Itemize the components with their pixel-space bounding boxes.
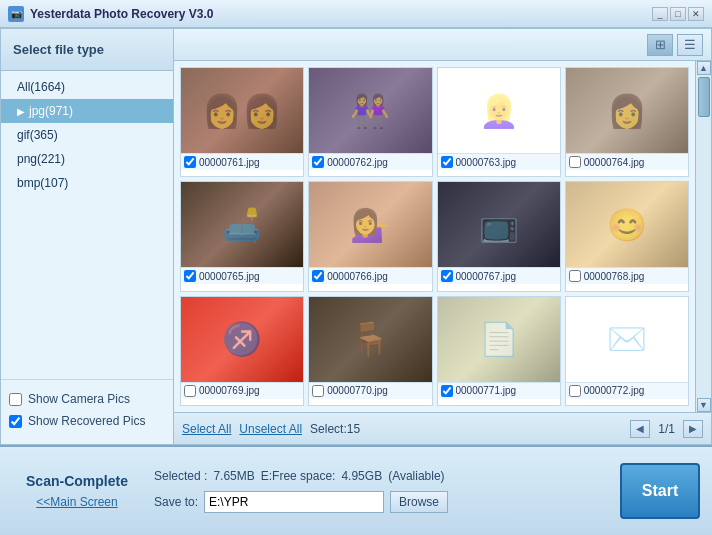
image-item[interactable]: 🪑 00000770.jpg — [308, 296, 432, 406]
close-btn[interactable]: ✕ — [688, 7, 704, 21]
file-type-png[interactable]: png(221) — [1, 147, 173, 171]
scroll-down-btn[interactable]: ▼ — [697, 398, 711, 412]
image-grid: 👩‍👩 00000761.jpg 👭 00000762.jpg 👱‍♀️ 000… — [174, 61, 695, 412]
show-recovered-checkbox[interactable] — [9, 415, 22, 428]
scroll-track-body — [696, 75, 711, 398]
free-space-value: 4.95GB — [341, 469, 382, 483]
image-checkbox[interactable] — [441, 156, 453, 168]
image-filename: 00000765.jpg — [199, 271, 260, 282]
scroll-thumb[interactable] — [698, 77, 710, 117]
scan-status: Scan-Complete — [12, 473, 142, 489]
image-thumb: ♐ — [181, 297, 303, 382]
image-item[interactable]: 👭 00000762.jpg — [308, 67, 432, 177]
image-filename: 00000771.jpg — [456, 385, 517, 396]
window-controls[interactable]: _ □ ✕ — [652, 7, 704, 21]
selected-size: 7.65MB — [213, 469, 254, 483]
image-label: 00000769.jpg — [181, 382, 303, 399]
show-camera-label[interactable]: Show Camera Pics — [9, 388, 165, 410]
image-label: 00000770.jpg — [309, 382, 431, 399]
minimize-btn[interactable]: _ — [652, 7, 668, 21]
image-item[interactable]: ✉️ 00000772.jpg — [565, 296, 689, 406]
image-label: 00000771.jpg — [438, 382, 560, 399]
image-checkbox[interactable] — [312, 156, 324, 168]
image-filename: 00000764.jpg — [584, 157, 645, 168]
bottom-bar: Scan-Complete <<Main Screen Selected : 7… — [0, 445, 712, 535]
file-type-list: All(1664) ▶ jpg(971) gif(365) png(221) b… — [1, 71, 173, 199]
file-type-png-label: png(221) — [17, 152, 65, 166]
image-thumb: ✉️ — [566, 297, 688, 382]
image-thumb: 👩‍👩 — [181, 68, 303, 153]
image-thumb: 📄 — [438, 297, 560, 382]
image-checkbox[interactable] — [569, 385, 581, 397]
prev-page-btn[interactable]: ◀ — [630, 420, 650, 438]
grid-icon: ⊞ — [655, 37, 666, 52]
image-thumb: 🪑 — [309, 297, 431, 382]
image-checkbox[interactable] — [184, 385, 196, 397]
main-screen-link[interactable]: <<Main Screen — [36, 495, 117, 509]
image-label: 00000764.jpg — [566, 153, 688, 170]
image-label: 00000763.jpg — [438, 153, 560, 170]
file-type-jpg-label: jpg(971) — [29, 104, 73, 118]
titlebar-left: 📷 Yesterdata Photo Recovery V3.0 — [8, 6, 213, 22]
image-thumb: 👱‍♀️ — [438, 68, 560, 153]
scroll-up-btn[interactable]: ▲ — [697, 61, 711, 75]
grid-view-btn[interactable]: ⊞ — [647, 34, 673, 56]
image-label: 00000762.jpg — [309, 153, 431, 170]
content-area: ⊞ ☰ 👩‍👩 00000761.jpg 👭 00000762.jpg — [174, 29, 711, 444]
image-checkbox[interactable] — [312, 270, 324, 282]
image-item[interactable]: 📺 00000767.jpg — [437, 181, 561, 291]
image-checkbox[interactable] — [312, 385, 324, 397]
image-filename: 00000763.jpg — [456, 157, 517, 168]
image-item[interactable]: 📄 00000771.jpg — [437, 296, 561, 406]
file-type-jpg[interactable]: ▶ jpg(971) — [1, 99, 173, 123]
image-checkbox[interactable] — [184, 270, 196, 282]
image-item[interactable]: 👩 00000764.jpg — [565, 67, 689, 177]
image-filename: 00000767.jpg — [456, 271, 517, 282]
image-label: 00000772.jpg — [566, 382, 688, 399]
main-container: Select file type All(1664) ▶ jpg(971) gi… — [0, 28, 712, 445]
file-type-all[interactable]: All(1664) — [1, 75, 173, 99]
info-row: Selected : 7.65MB E:Free space: 4.95GB (… — [154, 469, 608, 483]
image-label: 00000768.jpg — [566, 267, 688, 284]
show-recovered-label[interactable]: Show Recovered Pics — [9, 410, 165, 432]
file-type-gif-label: gif(365) — [17, 128, 58, 142]
save-path-input[interactable] — [204, 491, 384, 513]
image-item[interactable]: 😊 00000768.jpg — [565, 181, 689, 291]
image-label: 00000766.jpg — [309, 267, 431, 284]
sidebar-checkboxes: Show Camera Pics Show Recovered Pics — [1, 379, 173, 444]
start-button[interactable]: Start — [620, 463, 700, 519]
browse-button[interactable]: Browse — [390, 491, 448, 513]
active-arrow: ▶ — [17, 106, 25, 117]
select-all-link[interactable]: Select All — [182, 422, 231, 436]
image-checkbox[interactable] — [441, 385, 453, 397]
image-label: 00000765.jpg — [181, 267, 303, 284]
next-page-btn[interactable]: ▶ — [683, 420, 703, 438]
file-type-gif[interactable]: gif(365) — [1, 123, 173, 147]
image-filename: 00000768.jpg — [584, 271, 645, 282]
page-info: 1/1 — [658, 422, 675, 436]
scrollbar[interactable]: ▲ ▼ — [695, 61, 711, 412]
image-label: 00000767.jpg — [438, 267, 560, 284]
save-to-label: Save to: — [154, 495, 198, 509]
list-view-btn[interactable]: ☰ — [677, 34, 703, 56]
bottom-info: Selected : 7.65MB E:Free space: 4.95GB (… — [154, 469, 608, 513]
image-checkbox[interactable] — [441, 270, 453, 282]
image-filename: 00000762.jpg — [327, 157, 388, 168]
image-checkbox[interactable] — [569, 156, 581, 168]
image-checkbox[interactable] — [184, 156, 196, 168]
list-icon: ☰ — [684, 37, 696, 52]
grid-scroll-wrapper: 👩‍👩 00000761.jpg 👭 00000762.jpg 👱‍♀️ 000… — [174, 61, 711, 412]
image-item[interactable]: 💁‍♀️ 00000766.jpg — [308, 181, 432, 291]
image-checkbox[interactable] — [569, 270, 581, 282]
restore-btn[interactable]: □ — [670, 7, 686, 21]
unselect-all-link[interactable]: Unselect All — [239, 422, 302, 436]
image-item[interactable]: 👱‍♀️ 00000763.jpg — [437, 67, 561, 177]
image-item[interactable]: ♐ 00000769.jpg — [180, 296, 304, 406]
file-type-bmp[interactable]: bmp(107) — [1, 171, 173, 195]
image-thumb: 👩 — [566, 68, 688, 153]
pagination-bar: Select All Unselect All Select:15 ◀ 1/1 … — [174, 412, 711, 444]
show-camera-checkbox[interactable] — [9, 393, 22, 406]
image-item[interactable]: 👩‍👩 00000761.jpg — [180, 67, 304, 177]
selected-label: Selected : — [154, 469, 207, 483]
image-item[interactable]: 🛋️ 00000765.jpg — [180, 181, 304, 291]
